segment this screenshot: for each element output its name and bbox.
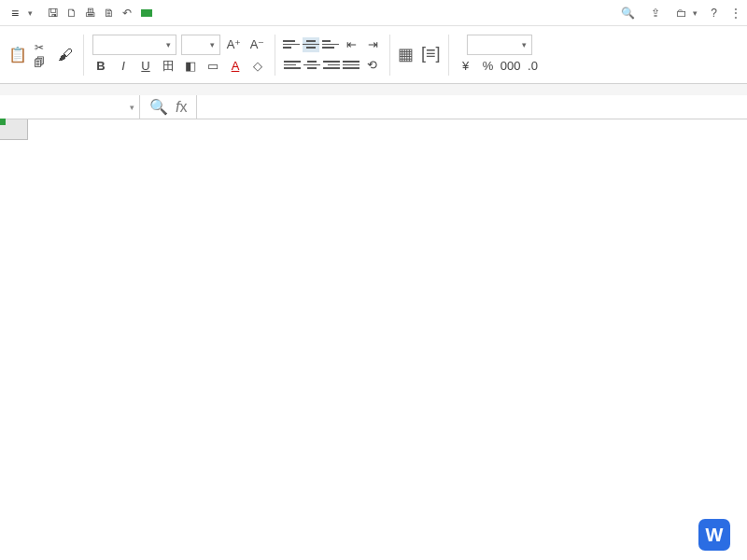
save-icon[interactable]: 🖫 [48,7,59,20]
align-center[interactable] [303,58,320,73]
tab-home[interactable] [141,9,152,17]
orientation[interactable]: ⟲ [362,56,381,75]
print-icon[interactable]: 🖶 [85,7,96,20]
ribbon-tabs [141,9,253,17]
undo-icon[interactable]: ↶ [122,7,132,20]
menu-icon [11,6,22,21]
font-grow[interactable]: A⁺ [225,35,244,54]
doc-icon[interactable]: 🗋 [66,7,78,20]
percent[interactable]: % [479,57,498,76]
separator [389,35,390,76]
copy-icon: 🗐 [34,56,45,69]
menu-bar: ▾ 🖫 🗋 🖶 🗎 ↶ 🔍 ⇪ 🗀▾ ? ⋮ [0,0,747,26]
help-icon[interactable]: ? [711,7,717,20]
share-button[interactable]: ⇪ [651,7,663,20]
format-painter[interactable]: 🖌 [55,45,76,65]
italic-button[interactable]: I [114,57,133,76]
font-select[interactable]: ▾ [92,35,176,55]
formula-input[interactable] [196,95,747,119]
align-justify[interactable] [343,58,359,73]
spacer [0,84,747,95]
cut-button[interactable]: ✂ [35,41,49,54]
watermark: W [698,519,736,551]
align-bottom[interactable] [322,37,339,52]
merge-icon: ▦ [398,44,414,64]
indent-dec[interactable]: ⇤ [342,35,360,54]
bold-button[interactable]: B [92,57,110,76]
highlight[interactable]: ◇ [248,57,267,76]
merge-center[interactable]: ▦ [398,44,414,66]
share-icon: ⇪ [651,7,660,20]
comment-button[interactable]: 🗀▾ [676,7,698,20]
dec-inc[interactable]: .0 [524,57,543,76]
brush-icon: 🖌 [55,45,76,65]
tab-view[interactable] [208,9,219,17]
indent-inc[interactable]: ⇥ [363,35,382,54]
name-box[interactable]: ▾ [0,95,140,119]
comma[interactable]: 000 [501,57,520,76]
border-button[interactable]: 田 [159,57,177,76]
select-all-corner[interactable] [0,119,28,140]
tab-more[interactable] [242,9,253,17]
quick-access: 🖫 🗋 🖶 🗎 ↶ [48,7,132,20]
align-left[interactable] [284,58,301,73]
chevron-down-icon: ▾ [28,8,33,18]
tab-data[interactable] [186,9,197,17]
paste-button[interactable]: 📋 [7,45,28,65]
number-format[interactable]: ▾ [467,35,532,55]
comment-icon: 🗀 [676,7,687,20]
font-shrink[interactable]: A⁻ [248,35,267,54]
align-right[interactable] [323,58,340,73]
formula-bar: ▾ 🔍 fx [0,95,747,119]
file-menu[interactable]: ▾ [6,4,38,22]
fill-color[interactable]: ▭ [204,57,222,76]
wrap-text[interactable]: [≡] [421,44,441,65]
align-top[interactable] [283,37,300,52]
align-middle[interactable] [303,37,319,52]
font-size-select[interactable]: ▾ [181,35,220,55]
tab-security[interactable] [219,9,231,17]
chevron-down-icon: ▾ [130,103,134,112]
copy-button[interactable]: 🗐 [34,56,49,69]
separator [448,35,449,76]
font-color[interactable]: A [226,57,245,76]
ribbon: 📋 ✂ 🗐 🖌 ▾ ▾ A⁺ A⁻ B I U 田 ◧ ▭ A ◇ [0,26,747,84]
preview-icon[interactable]: 🗎 [104,7,115,20]
scissors-icon: ✂ [35,41,44,54]
wrap-icon: [≡] [421,44,441,63]
clipboard-icon: 📋 [7,45,28,65]
underline-button[interactable]: U [136,57,155,76]
wps-logo-icon: W [698,519,730,551]
separator [83,35,84,76]
separator [275,35,275,76]
fill-bucket-icon[interactable]: ◧ [181,57,200,76]
zoom-icon[interactable]: 🔍 [149,98,168,116]
tab-formula[interactable] [175,9,186,17]
tab-layout[interactable] [163,9,175,17]
tab-insert[interactable] [152,9,163,17]
kebab-icon[interactable]: ⋮ [730,7,741,20]
search-icon: 🔍 [621,7,635,20]
currency[interactable]: ¥ [457,57,475,76]
tab-dev[interactable] [231,9,242,17]
fx-icon[interactable]: fx [176,99,187,116]
tab-review[interactable] [197,9,208,17]
search-button[interactable]: 🔍 [621,7,638,20]
